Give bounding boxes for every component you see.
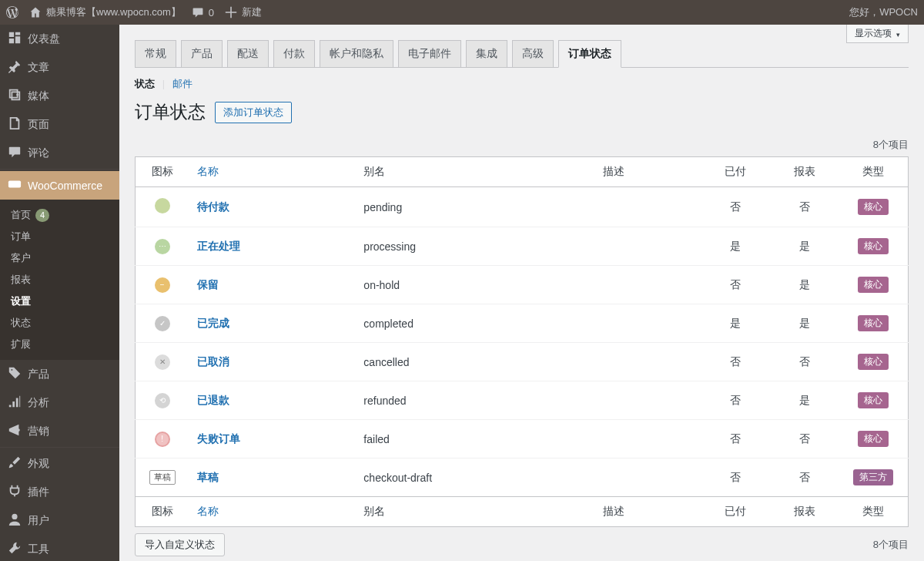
- sidebar-item-tool[interactable]: 工具: [0, 535, 119, 561]
- tab-7[interactable]: 高级: [512, 40, 554, 67]
- type-badge: 第三方: [853, 469, 893, 485]
- comments-link[interactable]: 0: [192, 6, 214, 18]
- col-slug: 别名: [356, 157, 594, 187]
- item-count-bottom: 8个项目: [873, 538, 909, 552]
- add-status-button[interactable]: 添加订单状态: [215, 102, 292, 123]
- status-name-link[interactable]: 已取消: [197, 355, 229, 368]
- status-desc: [595, 343, 701, 381]
- tab-6[interactable]: 集成: [466, 40, 507, 67]
- status-name-link[interactable]: 待付款: [197, 200, 229, 213]
- new-link[interactable]: 新建: [225, 5, 262, 19]
- status-report: 否: [770, 187, 839, 227]
- tab-3[interactable]: 付款: [273, 40, 315, 67]
- submenu-home[interactable]: 首页4: [0, 204, 119, 226]
- sidebar-item-label: 用户: [28, 514, 49, 528]
- subsection-status[interactable]: 状态: [135, 78, 155, 89]
- sidebar-item-comment[interactable]: 评论: [0, 139, 119, 167]
- sidebar-item-label: 评论: [28, 146, 49, 160]
- subsection-email[interactable]: 邮件: [172, 78, 192, 89]
- status-icon: ⋯: [155, 239, 170, 254]
- import-status-button[interactable]: 导入自定义状态: [135, 533, 225, 556]
- status-name-link[interactable]: 正在处理: [197, 240, 240, 252]
- table-row: − 保留 on-hold 否 是 核心: [136, 266, 909, 304]
- status-name-link[interactable]: 保留: [197, 278, 219, 291]
- sidebar-item-plugin[interactable]: 插件: [0, 478, 119, 506]
- submenu-extensions[interactable]: 扩展: [0, 334, 119, 355]
- woo-icon: [8, 177, 22, 193]
- sidebar-item-pin[interactable]: 文章: [0, 53, 119, 82]
- page-title: 订单状态: [135, 100, 206, 124]
- sub-sections: 状态 | 邮件: [135, 77, 909, 91]
- main-content: 显示选项 常规产品配送付款帐户和隐私电子邮件集成高级订单状态 状态 | 邮件 订…: [119, 25, 924, 561]
- sidebar-item-label: 插件: [28, 485, 49, 499]
- analytics-icon: [8, 395, 22, 411]
- status-name-link[interactable]: 失败订单: [197, 432, 240, 445]
- status-report: 是: [770, 227, 839, 266]
- type-badge: 核心: [858, 277, 889, 293]
- sidebar-item-woo[interactable]: WooCommerce: [0, 171, 119, 200]
- chevron-down-icon: [895, 29, 900, 39]
- submenu-settings[interactable]: 设置: [0, 291, 119, 312]
- col-report: 报表: [770, 157, 839, 187]
- svg-point-0: [16, 94, 18, 96]
- sidebar-item-product[interactable]: 产品: [0, 360, 119, 388]
- comment-icon: [8, 145, 22, 161]
- item-count-top: 8个项目: [135, 138, 909, 152]
- plus-icon: [225, 6, 237, 18]
- sidebar-item-media[interactable]: 媒体: [0, 82, 119, 110]
- tab-8[interactable]: 订单状态: [558, 40, 621, 68]
- status-slug: completed: [356, 304, 594, 343]
- sidebar-item-page[interactable]: 页面: [0, 110, 119, 139]
- sidebar-item-analytics[interactable]: 分析: [0, 388, 119, 417]
- status-desc: [595, 304, 701, 343]
- status-paid: 否: [701, 381, 770, 420]
- table-footer-row: 图标 名称 别名 描述 已付 报表 类型: [136, 497, 909, 527]
- screen-options-button[interactable]: 显示选项: [846, 25, 909, 43]
- table-row: ✓ 已完成 completed 是 是 核心: [136, 304, 909, 343]
- sidebar-item-label: 产品: [28, 368, 49, 381]
- status-name-link[interactable]: 已退款: [197, 394, 229, 406]
- col-icon: 图标: [136, 157, 189, 187]
- status-paid: 否: [701, 187, 770, 227]
- sidebar-item-user[interactable]: 用户: [0, 506, 119, 535]
- dashboard-icon: [8, 31, 22, 47]
- status-slug: pending: [356, 187, 594, 227]
- tab-1[interactable]: 产品: [181, 40, 223, 67]
- sidebar-item-marketing[interactable]: 营销: [0, 417, 119, 445]
- status-paid: 否: [701, 459, 770, 497]
- status-report: 是: [770, 381, 839, 420]
- comment-icon: [192, 6, 204, 18]
- settings-tabs: 常规产品配送付款帐户和隐私电子邮件集成高级订单状态: [135, 40, 909, 68]
- submenu-reports[interactable]: 报表: [0, 269, 119, 291]
- svg-rect-1: [8, 181, 21, 188]
- type-badge: 核心: [858, 199, 889, 215]
- status-icon: ✓: [155, 316, 170, 331]
- user-greeting[interactable]: 您好，WPOCN: [849, 5, 918, 19]
- tab-4[interactable]: 帐户和隐私: [320, 40, 393, 67]
- sidebar-item-label: 页面: [28, 118, 49, 132]
- type-badge: 核心: [858, 431, 889, 447]
- page-icon: [8, 116, 22, 133]
- status-name-link[interactable]: 草稿: [197, 471, 219, 483]
- sidebar-item-label: 工具: [28, 543, 49, 556]
- sidebar-item-brush[interactable]: 外观: [0, 449, 119, 478]
- site-home-link[interactable]: 糖果博客【www.wpocn.com】: [29, 5, 181, 19]
- status-icon-draft: 草稿: [149, 470, 176, 485]
- sidebar-item-dashboard[interactable]: 仪表盘: [0, 25, 119, 53]
- tab-2[interactable]: 配送: [227, 40, 269, 67]
- status-desc: [595, 266, 701, 304]
- submenu-orders[interactable]: 订单: [0, 226, 119, 247]
- col-name[interactable]: 名称: [189, 157, 357, 187]
- status-slug: cancelled: [356, 343, 594, 381]
- table-row: ⋯ 正在处理 processing 是 是 核心: [136, 227, 909, 266]
- table-header-row: 图标 名称 别名 描述 已付 报表 类型: [136, 157, 909, 187]
- tab-0[interactable]: 常规: [135, 40, 176, 67]
- status-paid: 否: [701, 420, 770, 459]
- status-desc: [595, 187, 701, 227]
- tab-5[interactable]: 电子邮件: [398, 40, 461, 67]
- wp-logo[interactable]: [6, 6, 18, 18]
- submenu-status[interactable]: 状态: [0, 312, 119, 334]
- status-name-link[interactable]: 已完成: [197, 317, 229, 329]
- submenu-customers[interactable]: 客户: [0, 247, 119, 269]
- plugin-icon: [8, 484, 22, 500]
